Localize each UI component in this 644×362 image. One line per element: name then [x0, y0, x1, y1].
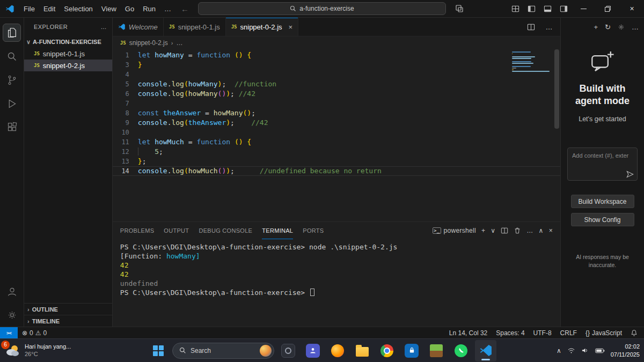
- account-icon[interactable]: [0, 279, 24, 303]
- taskbar-app-dark[interactable]: [277, 340, 299, 361]
- menu-overflow-icon[interactable]: …: [160, 5, 175, 13]
- menu-edit[interactable]: Edit: [39, 0, 60, 17]
- toggle-panel-icon[interactable]: [539, 0, 555, 17]
- panel-tab-problems[interactable]: PROBLEMS: [120, 222, 155, 239]
- start-button[interactable]: [148, 340, 169, 361]
- close-panel-icon[interactable]: ×: [549, 227, 553, 234]
- problems-status[interactable]: ⊗ 0 ⚠ 0: [18, 329, 47, 337]
- close-window-button[interactable]: ×: [620, 0, 644, 17]
- code-line-1[interactable]: 1let howMany = function () {: [113, 50, 560, 60]
- menu-run[interactable]: Run: [138, 0, 160, 17]
- code-editor[interactable]: 1let howMany = function () {3}45console.…: [113, 49, 560, 221]
- taskbar-app-chrome[interactable]: [376, 340, 398, 361]
- wifi-icon[interactable]: [567, 347, 575, 354]
- code-line-8[interactable]: 8const theAnswer = howMany();: [113, 108, 560, 118]
- taskbar-app-firefox[interactable]: [327, 340, 348, 361]
- split-editor-icon[interactable]: [523, 18, 539, 35]
- editor-scrollbar[interactable]: [553, 49, 560, 221]
- taskbar-app-store[interactable]: [401, 340, 422, 361]
- breadcrumb[interactable]: JS snippet-0-2.js › …: [113, 36, 560, 49]
- section-timeline[interactable]: ›TIMELINE: [24, 315, 112, 327]
- taskbar-app-explorer[interactable]: [352, 340, 373, 361]
- volume-icon[interactable]: [581, 347, 589, 354]
- terminal-output[interactable]: PS C:\Users\DGI\Desktop\a-function-exerc…: [113, 239, 560, 327]
- taskbar-weather-widget[interactable]: 6 Hari hujan yang... 26°C: [4, 343, 71, 359]
- run-debug-icon[interactable]: [0, 92, 24, 115]
- panel-tab-terminal[interactable]: TERMINAL: [262, 222, 293, 239]
- toggle-secondary-sidebar-icon[interactable]: [555, 0, 572, 17]
- section-outline[interactable]: ›OUTLINE: [24, 303, 112, 315]
- command-center-search[interactable]: a-function-exercise: [198, 2, 446, 15]
- source-control-icon[interactable]: [0, 68, 24, 92]
- root-folder-row[interactable]: ∨ A-FUNCTION-EXERCISE: [24, 36, 112, 48]
- taskbar-app-minecraft[interactable]: [426, 340, 447, 361]
- menu-view[interactable]: View: [97, 0, 121, 17]
- panel-tab-output[interactable]: OUTPUT: [164, 222, 189, 239]
- send-icon[interactable]: [626, 171, 634, 178]
- code-line-13[interactable]: 13};: [113, 157, 560, 166]
- code-line-12[interactable]: 12 5;: [113, 147, 560, 157]
- indentation[interactable]: Spaces: 4: [496, 329, 524, 337]
- build-workspace-button[interactable]: Build Workspace: [571, 195, 634, 208]
- cursor-position[interactable]: Ln 14, Col 32: [449, 329, 487, 337]
- tab-snippet-0-2.js[interactable]: JSsnippet-0-2.js×: [226, 18, 298, 36]
- code-line-3[interactable]: 3}: [113, 60, 560, 70]
- breadcrumb-file[interactable]: snippet-0-2.js: [129, 39, 168, 47]
- customize-layout-icon[interactable]: [507, 0, 523, 17]
- file-snippet-0-1.js[interactable]: JSsnippet-0-1.js: [24, 48, 112, 60]
- code-line-7[interactable]: 7: [113, 99, 560, 108]
- panel-tab-debug-console[interactable]: DEBUG CONSOLE: [199, 222, 252, 239]
- battery-icon[interactable]: [595, 348, 605, 354]
- terminal-profile[interactable]: >_ powershell: [433, 227, 476, 234]
- taskbar-app-whatsapp[interactable]: [450, 340, 472, 361]
- breadcrumb-symbol[interactable]: …: [176, 39, 182, 47]
- code-line-10[interactable]: 10: [113, 128, 560, 137]
- code-line-14[interactable]: 14console.log(howMuch()); //undefined be…: [113, 166, 560, 176]
- remote-indicator[interactable]: ><: [0, 327, 18, 338]
- new-terminal-icon[interactable]: +: [481, 227, 485, 234]
- chat-history-icon[interactable]: ↻: [605, 23, 611, 31]
- code-line-11[interactable]: 11let howMuch = function () {: [113, 137, 560, 147]
- language-mode[interactable]: {} JavaScript: [586, 329, 622, 337]
- explorer-icon[interactable]: [0, 21, 24, 45]
- code-line-6[interactable]: 6console.log(howMany()); //42: [113, 89, 560, 99]
- code-line-9[interactable]: 9console.log(theAnswer); //42: [113, 118, 560, 128]
- taskbar-app-vscode[interactable]: [475, 340, 496, 361]
- show-config-button[interactable]: Show Config: [571, 213, 634, 226]
- hidden-icons-chevron[interactable]: ∧: [557, 347, 561, 354]
- chat-more-icon[interactable]: …: [632, 23, 639, 31]
- editor-more-icon[interactable]: …: [541, 18, 557, 35]
- chat-settings-icon[interactable]: [618, 24, 625, 31]
- chat-input[interactable]: Add context (#), exter: [567, 147, 638, 181]
- taskbar-search[interactable]: Search: [172, 343, 274, 359]
- terminal-dropdown-icon[interactable]: ∨: [491, 227, 495, 234]
- taskbar-clock[interactable]: 02:02 07/11/2025: [611, 343, 640, 358]
- code-line-4[interactable]: 4: [113, 70, 560, 79]
- explorer-more-icon[interactable]: …: [100, 24, 106, 30]
- menu-file[interactable]: File: [19, 0, 39, 17]
- minimize-button[interactable]: [572, 0, 596, 17]
- menu-go[interactable]: Go: [121, 0, 138, 17]
- eol-sequence[interactable]: CRLF: [560, 329, 577, 337]
- close-tab-icon[interactable]: ×: [289, 23, 293, 31]
- search-highlight-icon[interactable]: [260, 345, 272, 357]
- encoding[interactable]: UTF-8: [533, 329, 552, 337]
- toggle-sidebar-icon[interactable]: [523, 0, 539, 17]
- panel-more-icon[interactable]: …: [526, 227, 533, 234]
- file-snippet-0-2.js[interactable]: JSsnippet-0-2.js: [24, 60, 112, 71]
- extensions-icon[interactable]: [0, 115, 24, 139]
- window-layout-icon[interactable]: [455, 4, 464, 13]
- tab-snippet-0-1.js[interactable]: JSsnippet-0-1.js: [164, 18, 226, 36]
- scrollbar-thumb[interactable]: [554, 49, 559, 129]
- notifications-bell-icon[interactable]: [631, 329, 638, 336]
- code-line-5[interactable]: 5console.log(howMany); //function: [113, 79, 560, 89]
- taskbar-app-teams[interactable]: [302, 340, 324, 361]
- maximize-panel-icon[interactable]: ∧: [539, 227, 544, 234]
- search-sidebar-icon[interactable]: [0, 45, 24, 68]
- kill-terminal-icon[interactable]: [514, 227, 521, 234]
- split-terminal-icon[interactable]: [501, 227, 508, 234]
- minimap[interactable]: [512, 51, 551, 72]
- menu-selection[interactable]: Selection: [60, 0, 97, 17]
- nav-back-icon[interactable]: ←: [175, 4, 194, 13]
- panel-tab-ports[interactable]: PORTS: [303, 222, 324, 239]
